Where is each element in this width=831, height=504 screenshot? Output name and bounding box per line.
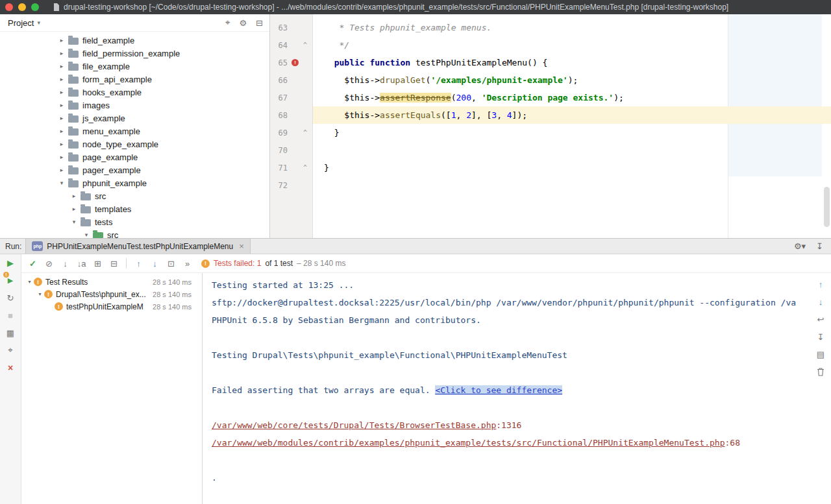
chevron-down-icon[interactable]: ▾ xyxy=(82,232,91,238)
chevron-right-icon[interactable]: ▸ xyxy=(57,167,66,173)
code-line[interactable]: public function testPhpUnitExampleMenu()… xyxy=(313,54,831,71)
collapse-all-icon[interactable]: ⊟ xyxy=(106,257,121,270)
chevron-down-icon[interactable]: ▾ xyxy=(25,279,34,285)
chevron-down-icon[interactable]: ▾ xyxy=(57,180,66,186)
project-tree-item[interactable]: ▸menu_example xyxy=(0,125,269,138)
settings-gear-icon[interactable]: ⚙▾ xyxy=(794,241,806,251)
fold-marker-icon[interactable]: ^ xyxy=(301,164,310,171)
prev-stacktrace-icon[interactable]: ↑ xyxy=(815,278,826,290)
test-tree-item[interactable]: ▾!Drupal\Tests\phpunit_ex...28 s 140 ms xyxy=(21,288,202,300)
failed-test-gutter-icon[interactable]: ! xyxy=(290,59,301,66)
project-tree-item[interactable]: ▸src xyxy=(0,189,269,202)
editor-gutter[interactable]: 6364^65!66676869^7071^72 xyxy=(270,14,313,238)
project-tree-item[interactable]: ▸pager_example xyxy=(0,163,269,176)
project-tree-item[interactable]: ▸hooks_example xyxy=(0,86,269,99)
close-window-button[interactable] xyxy=(5,3,13,11)
chevron-right-icon[interactable]: ▸ xyxy=(69,206,79,212)
settings-gear-icon[interactable]: ⚙ xyxy=(239,18,247,28)
next-failed-test-icon[interactable]: ↓ xyxy=(147,257,162,270)
hide-panel-icon[interactable]: ⊟ xyxy=(256,18,263,28)
line-number: 70 xyxy=(270,146,288,155)
project-tree-item[interactable]: ▾tests xyxy=(0,215,269,228)
sort-by-duration-icon[interactable]: ↓ xyxy=(58,257,73,270)
show-ignored-icon[interactable]: ⊘ xyxy=(42,257,56,270)
project-tree-item[interactable]: ▸js_example xyxy=(0,112,269,125)
project-tree-item[interactable]: ▸images xyxy=(0,99,269,112)
code-line[interactable] xyxy=(313,176,831,194)
chevron-down-icon[interactable]: ▾ xyxy=(36,291,44,297)
project-tree-item[interactable]: ▾phpunit_example xyxy=(0,176,269,189)
project-tree-item[interactable]: ▸field_permission_example xyxy=(0,47,269,60)
test-item-label: Drupal\Tests\phpunit_ex... xyxy=(56,290,146,299)
project-tool-button[interactable]: Project xyxy=(8,18,34,28)
stacktrace-file-link[interactable]: /var/www/web/modules/contrib/examples/ph… xyxy=(212,438,725,448)
test-toolbar: ✓⊘↓↓a⊞⊟↑↓⊡» ! Tests failed: 1 of 1 test … xyxy=(21,254,831,273)
code-line[interactable]: } xyxy=(313,124,831,141)
code-line[interactable]: */ xyxy=(313,36,831,54)
chevron-right-icon[interactable]: ▸ xyxy=(57,115,66,121)
stop-button[interactable]: ■ xyxy=(5,309,16,321)
chevron-right-icon[interactable]: ▸ xyxy=(57,102,66,108)
clear-all-icon[interactable] xyxy=(815,366,826,378)
soft-wrap-icon[interactable]: ↩ xyxy=(815,313,826,325)
test-tree-item[interactable]: !testPhpUnitExampleM28 s 140 ms xyxy=(21,300,202,313)
chevron-right-icon[interactable]: ▸ xyxy=(57,141,66,147)
show-passed-icon[interactable]: ✓ xyxy=(25,257,40,270)
project-tree-item[interactable]: ▸page_example xyxy=(0,150,269,163)
see-difference-link[interactable]: <Click to see difference> xyxy=(435,385,562,395)
project-tree-item[interactable]: ▸form_api_example xyxy=(0,73,269,86)
zoom-window-button[interactable] xyxy=(31,3,39,11)
project-tree-item[interactable]: ▸node_type_example xyxy=(0,138,269,150)
failed-test-marker[interactable]: ! xyxy=(291,59,299,66)
project-tree-item[interactable]: ▸field_example xyxy=(0,34,269,47)
chevron-right-icon[interactable]: ▸ xyxy=(57,128,66,134)
project-tree-item[interactable]: ▸file_example xyxy=(0,60,269,73)
chevron-right-icon[interactable]: ▸ xyxy=(57,63,66,69)
chevron-right-icon[interactable]: ▸ xyxy=(57,37,66,43)
restore-layout-button[interactable]: ▦ xyxy=(5,327,16,339)
editor-scrollbar[interactable] xyxy=(824,187,830,227)
sort-alphabetically-icon[interactable]: ↓a xyxy=(74,257,89,270)
hide-window-icon[interactable]: ↧ xyxy=(816,241,823,251)
chevron-down-icon[interactable]: ▾ xyxy=(69,219,79,225)
next-stacktrace-icon[interactable]: ↓ xyxy=(815,296,826,307)
minimize-window-button[interactable] xyxy=(18,3,26,11)
close-tab-icon[interactable]: × xyxy=(239,241,244,251)
test-tree-item[interactable]: ▾!Test Results28 s 140 ms xyxy=(21,276,202,288)
project-tree-item[interactable]: ▸templates xyxy=(0,202,269,215)
chevron-right-icon[interactable]: ▸ xyxy=(69,193,79,199)
chevron-right-icon[interactable]: ▸ xyxy=(57,154,66,160)
fold-marker-icon[interactable]: ^ xyxy=(301,42,310,49)
chevron-down-icon[interactable]: ▾ xyxy=(37,19,40,26)
previous-failed-test-icon[interactable]: ↑ xyxy=(131,257,146,270)
pin-tab-button[interactable]: ⌖ xyxy=(5,344,16,356)
scroll-to-end-icon[interactable]: ↧ xyxy=(815,331,826,342)
chevron-right-icon[interactable]: ▸ xyxy=(57,50,66,56)
import-test-results-icon[interactable]: ⊡ xyxy=(164,257,179,270)
code-line[interactable] xyxy=(313,141,831,159)
fold-marker-icon[interactable]: ^ xyxy=(301,129,310,136)
code-line[interactable]: $this->assertResponse(200, 'Description … xyxy=(313,89,831,106)
toggle-auto-test-button[interactable]: ↻ xyxy=(5,292,16,304)
expand-all-icon[interactable]: ⊞ xyxy=(90,257,105,270)
code-line[interactable]: * Tests phpunit_example menus. xyxy=(313,19,831,36)
project-tree-item[interactable]: ▾src xyxy=(0,228,269,238)
line-number: 64 xyxy=(270,41,288,50)
folder-icon xyxy=(68,51,79,58)
chevron-right-icon[interactable]: ▸ xyxy=(57,89,66,95)
more-icon[interactable]: » xyxy=(180,257,195,270)
rerun-button[interactable]: ▶ xyxy=(5,257,16,269)
chevron-right-icon[interactable]: ▸ xyxy=(57,76,66,82)
rerun-failed-tests-button[interactable]: ▶ xyxy=(5,274,16,286)
locate-file-icon[interactable]: ⌖ xyxy=(225,18,230,28)
code-line[interactable]: } xyxy=(313,159,831,176)
test-item-duration: 28 s 140 ms xyxy=(149,303,192,311)
run-tab[interactable]: php PHPUnitExampleMenuTest.testPhpUnitEx… xyxy=(25,239,250,254)
stacktrace-file-link[interactable]: /var/www/web/core/tests/Drupal/Tests/Bro… xyxy=(212,420,496,430)
editor-code[interactable]: * Tests phpunit_example menus. */ public… xyxy=(313,14,831,238)
code-line[interactable]: $this->drupalGet('/examples/phpunit-exam… xyxy=(313,71,831,89)
code-line[interactable]: $this->assertEquals([1, 2], [3, 4]); xyxy=(313,106,831,124)
print-icon[interactable]: ▤ xyxy=(815,348,826,360)
test-console[interactable]: Testing started at 13:25 ...sftp://docke… xyxy=(203,273,810,504)
close-button[interactable]: × xyxy=(5,362,16,374)
